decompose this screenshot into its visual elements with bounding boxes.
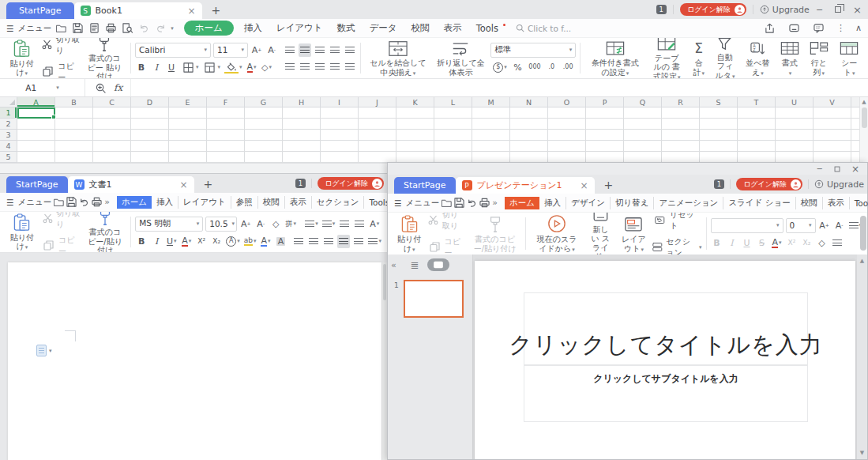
upgrade-button[interactable]: Upgrade xyxy=(814,179,864,190)
paste-button[interactable]: 貼り付け▾ xyxy=(393,214,426,253)
close-tab-icon[interactable]: × xyxy=(179,180,187,190)
ribbon-tab[interactable]: Tools xyxy=(850,198,868,209)
font-color-button[interactable]: A▾ xyxy=(180,235,193,248)
subscript-button[interactable]: X₂ xyxy=(801,236,814,250)
upgrade-button[interactable]: Upgrade xyxy=(760,5,810,15)
currency-format-button[interactable]: $▾ xyxy=(492,61,508,74)
cut-button[interactable]: 切り取り xyxy=(42,211,81,230)
format-painter-button[interactable]: 書式のコピー/貼り付け xyxy=(468,214,521,253)
comma-format-button[interactable]: 000 xyxy=(528,61,541,74)
copy-button[interactable]: コピー xyxy=(41,61,80,80)
share-icon[interactable] xyxy=(763,23,777,33)
slide[interactable]: クリックしてタイトルを入力 クリックしてサブタイトルを入力 xyxy=(475,261,855,459)
menu-button[interactable]: ☰メニュー xyxy=(6,197,51,208)
font-size-select[interactable]: 11▾ xyxy=(213,43,248,58)
underline-button[interactable]: U▾ xyxy=(165,235,178,248)
close-tab-icon[interactable]: × xyxy=(187,6,195,16)
ribbon-tab[interactable]: ホーム xyxy=(184,21,234,36)
numbered-list-button[interactable]: ▾ xyxy=(321,217,336,231)
print-icon[interactable] xyxy=(479,198,490,208)
menu-button[interactable]: ☰メニュー xyxy=(394,198,439,209)
decrease-indent-button[interactable] xyxy=(329,43,341,57)
column-header[interactable]: U xyxy=(776,97,814,107)
font-name-select[interactable]: ▾ xyxy=(711,218,783,233)
minimize-button[interactable]: − xyxy=(816,5,823,15)
minimize-button[interactable]: − xyxy=(817,164,823,173)
align-bottom-button[interactable] xyxy=(314,43,326,57)
font-name-select[interactable]: MS 明朝▾ xyxy=(135,217,203,232)
column-header[interactable]: I xyxy=(321,97,359,107)
ribbon-tab[interactable]: アニメーション xyxy=(654,197,723,209)
document-tab[interactable]: S Book1 × xyxy=(74,2,202,19)
increase-indent-button[interactable] xyxy=(344,43,356,57)
title-placeholder[interactable]: クリックしてタイトルを入力 xyxy=(524,292,808,365)
redo-icon[interactable] xyxy=(153,23,167,33)
increase-font-button[interactable]: A+ xyxy=(239,217,252,231)
ribbon-tab[interactable]: 表示 xyxy=(285,196,312,209)
play-from-current-button[interactable]: 現在のスライドから▾ xyxy=(530,214,583,253)
column-header[interactable]: D xyxy=(131,97,169,107)
column-header[interactable]: E xyxy=(169,97,207,107)
fill-color-button[interactable]: ▾ xyxy=(224,61,243,74)
collapse-ribbon-icon[interactable]: ∧ xyxy=(855,23,862,33)
phonetic-guide-button[interactable]: 拼▾ xyxy=(284,217,297,231)
document-page[interactable]: ▾ xyxy=(8,262,381,460)
distribute-button[interactable] xyxy=(344,60,356,74)
column-header[interactable]: H xyxy=(283,97,321,107)
scroll-thumb[interactable] xyxy=(862,107,867,128)
fx-icon[interactable]: fx xyxy=(114,82,122,93)
char-border-button[interactable]: A▾ xyxy=(259,235,272,248)
decrease-indent-button[interactable] xyxy=(338,217,351,231)
justify-button[interactable] xyxy=(337,235,350,248)
italic-button[interactable]: I xyxy=(150,61,163,74)
close-window-button[interactable]: × xyxy=(851,164,859,175)
new-tab-button[interactable]: + xyxy=(604,179,614,190)
borders-button[interactable]: ▾ xyxy=(180,61,200,74)
copy-button[interactable]: コピー xyxy=(428,236,466,256)
new-tab-button[interactable]: + xyxy=(212,5,221,16)
ribbon-tab[interactable]: レイアウト xyxy=(269,21,330,36)
export-icon[interactable] xyxy=(87,23,101,33)
ribbon-tab[interactable]: 表示 xyxy=(437,21,469,36)
section-button[interactable]: セクション▾ xyxy=(652,236,701,256)
merge-center-button[interactable]: セルを結合して中央揃え▾ xyxy=(365,40,431,77)
maximize-button[interactable] xyxy=(835,166,840,172)
increase-font-button[interactable]: A+ xyxy=(250,43,263,57)
enclose-char-button[interactable]: A▾ xyxy=(225,235,241,248)
ribbon-tab[interactable]: ホーム xyxy=(505,197,539,209)
scroll-thumb[interactable] xyxy=(383,264,386,300)
quickbar-caret-icon[interactable]: ▾ xyxy=(171,25,174,32)
slide-view-toggle[interactable] xyxy=(427,258,449,271)
new-slide-button[interactable]: 新しい スライド▾ xyxy=(586,214,615,253)
column-header[interactable]: C xyxy=(93,97,131,107)
table-style-button[interactable]: テーブルの 書式設定▾ xyxy=(648,40,686,77)
italic-button[interactable]: I xyxy=(726,236,738,250)
wrap-text-button[interactable]: 折り返して全体表示 xyxy=(434,40,489,77)
format-painter-button[interactable]: 書式のコピー/貼り付け xyxy=(84,213,126,251)
open-file-icon[interactable] xyxy=(54,197,64,207)
ribbon-tab[interactable]: 数式 xyxy=(330,21,363,36)
save-icon[interactable] xyxy=(454,198,464,208)
align-center-button[interactable] xyxy=(307,235,320,248)
reset-button[interactable]: リセット xyxy=(652,212,701,232)
subscript-button[interactable]: X₂ xyxy=(210,235,223,248)
more-tools-icon[interactable]: » xyxy=(492,198,498,208)
vertical-scrollbar[interactable]: ▲ xyxy=(859,97,868,163)
cut-button[interactable]: 切り取り xyxy=(428,212,466,232)
bold-button[interactable]: B xyxy=(135,235,148,248)
sum-button[interactable]: Σ合計▾ xyxy=(688,40,709,77)
column-header[interactable]: K xyxy=(396,97,434,107)
comment-icon[interactable] xyxy=(812,23,826,33)
slide-thumbnail[interactable] xyxy=(404,280,464,318)
column-header[interactable]: N xyxy=(510,97,548,107)
align-right-button[interactable] xyxy=(314,60,326,74)
startpage-tab[interactable]: StartPage xyxy=(6,2,74,19)
font-color-button[interactable]: A▾ xyxy=(246,61,258,74)
scroll-down-icon[interactable]: ▼ xyxy=(860,450,864,456)
row-header[interactable]: 4 xyxy=(0,141,17,152)
undo-icon[interactable] xyxy=(467,198,477,208)
logout-button[interactable]: ログイン解除 xyxy=(680,3,746,16)
char-shading-button[interactable]: A xyxy=(274,235,287,248)
undo-icon[interactable] xyxy=(137,23,151,33)
ribbon-tab[interactable]: 挿入 xyxy=(539,197,566,209)
